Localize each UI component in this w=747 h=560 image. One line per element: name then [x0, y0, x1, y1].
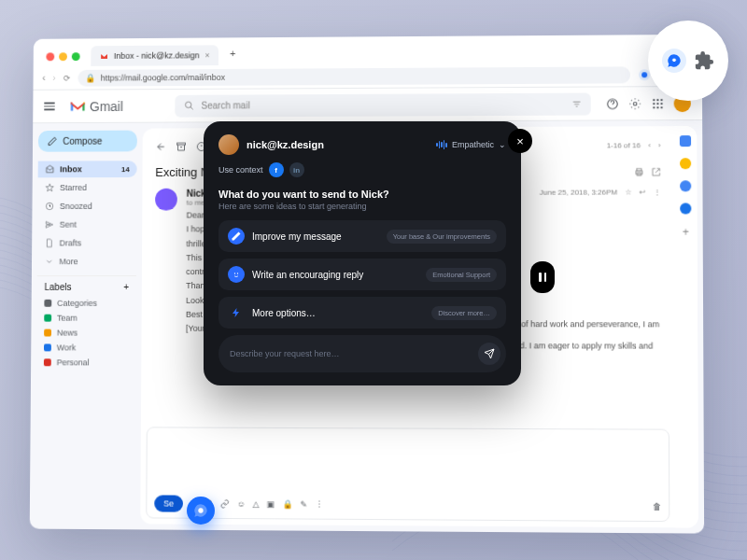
contacts-addon-icon[interactable]: [680, 203, 691, 214]
linkedin-context-icon[interactable]: in: [289, 162, 304, 177]
pen-icon[interactable]: ✎: [301, 499, 308, 509]
ai-bubble-icon: [193, 503, 208, 518]
tone-label: Empathetic: [452, 140, 494, 149]
compose-more-icon[interactable]: ⋮: [316, 499, 324, 509]
gmail-favicon: [100, 52, 108, 61]
close-tab-icon[interactable]: ×: [204, 50, 209, 60]
sidebar-item-drafts[interactable]: Drafts: [37, 234, 136, 251]
sender-avatar[interactable]: [155, 189, 177, 211]
close-panel-button[interactable]: ×: [508, 129, 532, 153]
right-addons: +: [674, 126, 698, 527]
ai-fab[interactable]: [187, 497, 215, 525]
ai-send-button[interactable]: [478, 343, 500, 365]
link-icon[interactable]: [220, 499, 230, 509]
ai-extension-icon[interactable]: [662, 49, 686, 73]
emoji-icon[interactable]: ☺: [237, 499, 246, 509]
sidebar-item-sent[interactable]: Sent: [37, 217, 136, 233]
window-controls[interactable]: [41, 52, 86, 66]
search-input[interactable]: Search mail: [175, 92, 591, 117]
lock-compose-icon[interactable]: 🔒: [283, 499, 293, 509]
ai-option-0[interactable]: Improve my messageYour base & Our improv…: [218, 220, 506, 252]
nav-count: 14: [121, 165, 130, 174]
nav-back-icon[interactable]: ‹: [42, 73, 45, 83]
sidebar-item-more[interactable]: More: [37, 253, 136, 270]
label-text: Team: [57, 314, 78, 323]
address-bar[interactable]: 🔒 https://mail.google.com/mail/inbox: [78, 66, 630, 86]
label-color-icon: [44, 315, 51, 322]
label-work[interactable]: Work: [36, 340, 135, 355]
option-pill: Your base & Our improvements: [387, 230, 497, 244]
label-categories[interactable]: Categories: [36, 296, 135, 311]
ai-option-1[interactable]: Write an encouraging replyEmotional Supp…: [218, 259, 506, 290]
reply-compose[interactable]: Se A ☺ △ ▣ 🔒 ✎ ⋮ 🗑: [146, 427, 669, 522]
archive-icon[interactable]: [176, 141, 187, 152]
apps-icon[interactable]: [651, 97, 664, 110]
label-personal[interactable]: Personal: [36, 355, 135, 370]
option-pill: Discover more…: [431, 306, 497, 320]
print-icon[interactable]: [634, 167, 643, 176]
gmail-brand: Gmail: [90, 99, 123, 114]
svg-point-7: [660, 98, 662, 100]
reload-icon[interactable]: ⟳: [63, 73, 71, 82]
new-tab-button[interactable]: +: [224, 45, 241, 62]
ai-input-row[interactable]: [218, 335, 506, 372]
tone-selector[interactable]: Empathetic ⌄: [436, 140, 506, 149]
compose-label: Compose: [63, 136, 102, 147]
compose-trash-icon[interactable]: 🗑: [653, 502, 661, 511]
addons-more[interactable]: +: [683, 226, 689, 239]
ai-option-2[interactable]: More options…Discover more…: [218, 297, 506, 329]
sidebar-item-starred[interactable]: Starred: [37, 179, 136, 196]
email-subject: Exciting N: [155, 165, 209, 179]
ai-input[interactable]: [230, 349, 471, 358]
contact-email: nick@kz.design: [247, 139, 429, 150]
gmail-header: Gmail Search mail: [33, 87, 702, 123]
sidebar-item-snoozed[interactable]: Snoozed: [37, 198, 136, 215]
send-button[interactable]: Se: [154, 495, 183, 511]
pause-button[interactable]: [530, 261, 555, 293]
tab-title: Inbox - nick@kz.design: [114, 50, 200, 60]
keep-addon-icon[interactable]: [680, 158, 691, 169]
label-text: Work: [57, 343, 77, 352]
help-icon[interactable]: [606, 97, 619, 110]
msg-more-icon[interactable]: ⋮: [654, 188, 661, 196]
browser-tab[interactable]: Inbox - nick@kz.design ×: [91, 45, 218, 66]
tab-strip: Inbox - nick@kz.design × +: [34, 35, 702, 66]
close-window-icon[interactable]: [46, 52, 54, 61]
url-text: https://mail.google.com/mail/inbox: [101, 72, 225, 82]
star-icon: [45, 183, 54, 192]
puzzle-icon[interactable]: [694, 50, 714, 71]
label-news[interactable]: News: [36, 326, 135, 341]
drive-icon[interactable]: △: [253, 499, 260, 509]
add-label-icon[interactable]: +: [123, 282, 129, 292]
calendar-addon-icon[interactable]: [680, 135, 691, 147]
menu-icon[interactable]: [44, 103, 55, 110]
context-label: Use context: [218, 165, 263, 175]
settings-icon[interactable]: [628, 97, 641, 110]
back-icon[interactable]: [155, 141, 166, 152]
maximize-window-icon[interactable]: [72, 52, 80, 61]
image-icon[interactable]: ▣: [267, 499, 275, 509]
compose-button[interactable]: Compose: [38, 131, 137, 152]
prompt-title: What do you want to send to Nick?: [218, 189, 506, 200]
reply-icon[interactable]: ↩: [640, 188, 646, 196]
search-options-icon[interactable]: [572, 99, 582, 108]
svg-point-6: [656, 98, 658, 100]
minimize-window-icon[interactable]: [59, 52, 67, 61]
search-placeholder: Search mail: [202, 100, 250, 110]
facebook-context-icon[interactable]: f: [269, 162, 284, 177]
sidebar-item-inbox[interactable]: Inbox14: [38, 161, 137, 177]
pager-next[interactable]: ›: [658, 141, 661, 149]
label-team[interactable]: Team: [36, 311, 135, 326]
inbox-icon: [45, 164, 54, 174]
nav-fwd-icon[interactable]: ›: [52, 73, 55, 83]
svg-point-1: [641, 72, 647, 77]
svg-point-24: [237, 273, 238, 273]
pager-prev[interactable]: ‹: [648, 141, 651, 149]
labels-title: Labels: [44, 282, 71, 292]
gmail-logo[interactable]: Gmail: [69, 99, 123, 114]
star-icon[interactable]: ☆: [625, 188, 631, 196]
sidebar: Compose Inbox14StarredSnoozedSentDraftsM…: [30, 123, 143, 530]
tasks-addon-icon[interactable]: [680, 180, 691, 191]
popout-icon[interactable]: [652, 167, 661, 176]
compose-toolbar: Se A ☺ △ ▣ 🔒 ✎ ⋮ 🗑: [147, 489, 669, 521]
